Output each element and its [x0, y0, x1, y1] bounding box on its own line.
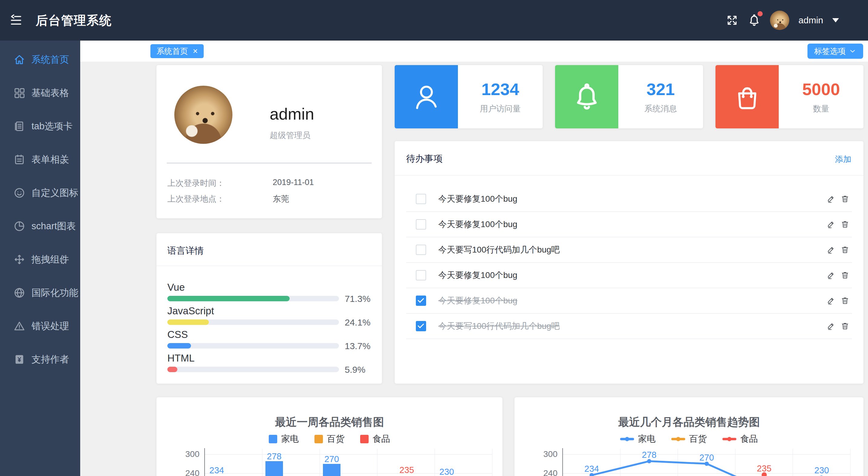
todo-text: 今天要修复100个bug — [438, 193, 517, 205]
user-avatar[interactable] — [770, 10, 789, 30]
tab-label: 系统首页 — [156, 46, 188, 57]
sidebar-item-8[interactable]: 国际化功能 — [0, 276, 80, 309]
last-login-place-label: 上次登录地点： — [167, 195, 224, 204]
last-login-time-value: 2019-11-01 — [273, 178, 314, 187]
legend-label: 百货 — [689, 433, 707, 445]
point-value-label: 278 — [628, 450, 670, 460]
y-axis-tick: 300 — [527, 449, 557, 459]
sidebar-item-6[interactable]: schart图表 — [0, 210, 80, 243]
edit-icon[interactable] — [827, 220, 836, 229]
tab-close-icon[interactable]: × — [193, 47, 198, 55]
language-percent: 13.7% — [345, 341, 370, 351]
divider — [395, 175, 864, 176]
language-details-panel: 语言详情 Vue71.3%JavaScript24.1%CSS13.7%HTML… — [156, 233, 382, 384]
trash-icon[interactable] — [840, 220, 849, 229]
sidebar-item-3[interactable]: tab选项卡 — [0, 110, 80, 143]
sidebar-item-10[interactable]: 支持作者 — [0, 343, 80, 376]
stat-icon-box — [715, 65, 779, 128]
home-icon — [13, 54, 25, 66]
stat-icon-box — [555, 65, 618, 128]
trash-icon[interactable] — [840, 245, 849, 255]
trash-icon[interactable] — [840, 271, 849, 280]
language-progress-bar — [167, 320, 339, 325]
todo-checkbox[interactable] — [416, 270, 426, 280]
todo-row: 今天要修复100个bug — [406, 212, 852, 237]
chevron-down-icon — [57, 256, 69, 268]
sidebar-item-5[interactable]: 自定义图标 — [0, 176, 80, 210]
todo-text: 今天要写100行代码加几个bug吧 — [438, 320, 560, 332]
sidebar-item-label: 支持作者 — [31, 353, 69, 366]
collapse-menu-icon[interactable] — [9, 13, 23, 27]
tab-system-home[interactable]: 系统首页 × — [150, 44, 204, 58]
language-name: HTML — [167, 353, 195, 364]
todo-checkbox[interactable] — [416, 219, 426, 230]
trash-icon[interactable] — [840, 322, 849, 331]
tag-options-button[interactable]: 标签选项 — [807, 43, 863, 59]
sidebar-item-2[interactable]: 基础表格 — [0, 76, 80, 110]
todo-actions — [827, 322, 849, 331]
edit-icon[interactable] — [827, 195, 836, 204]
todo-checkbox[interactable] — [416, 321, 426, 331]
chevron-down-icon — [57, 323, 69, 335]
todo-actions — [827, 220, 849, 229]
chevron-down-icon — [849, 47, 857, 55]
user-info-card: admin 超级管理员 上次登录时间： 2019-11-01 上次登录地点： 东… — [156, 65, 382, 218]
bar-value-label: 235 — [385, 465, 428, 475]
legend-marker-dot — [625, 437, 629, 441]
pie-chart-icon — [13, 220, 25, 232]
edit-icon[interactable] — [827, 271, 836, 280]
legend-item: 食品 — [360, 433, 390, 445]
chart-legend: 家电百货食品 — [156, 433, 502, 445]
fullscreen-icon[interactable] — [726, 14, 739, 27]
todo-checkbox[interactable] — [416, 194, 426, 204]
todo-row: 今天要修复100个bug — [406, 186, 852, 212]
legend-label: 百货 — [327, 433, 344, 445]
monthly-sales-trend-line-chart: 最近几个月各品类销售趋势图家电百货食品300240234278270235230 — [515, 397, 864, 476]
edit-icon[interactable] — [827, 296, 836, 305]
stat-icon-box — [395, 65, 458, 128]
stat-value: 5000 — [802, 79, 840, 99]
language-progress-bar — [167, 343, 339, 349]
trash-icon[interactable] — [840, 195, 849, 204]
header-actions: admin — [726, 0, 839, 40]
chart-title: 最近几个月各品类销售趋势图 — [515, 415, 864, 430]
point-value-label: 234 — [570, 464, 613, 474]
trash-icon[interactable] — [840, 296, 849, 305]
point-value-label: 270 — [685, 453, 728, 463]
document-icon — [13, 120, 25, 132]
language-name: JavaScript — [167, 305, 214, 317]
legend-marker-dot — [727, 437, 732, 441]
chart-legend: 家电百货食品 — [515, 433, 864, 445]
bar-value-label: 270 — [311, 454, 353, 464]
sidebar-item-1[interactable]: 系统首页 — [0, 43, 80, 76]
app-title: 后台管理系统 — [36, 12, 112, 29]
edit-icon[interactable] — [827, 322, 836, 331]
edit-icon[interactable] — [827, 245, 836, 255]
point-value-label: 230 — [801, 466, 843, 475]
tag-options-label: 标签选项 — [814, 46, 846, 57]
username[interactable]: admin — [798, 15, 823, 25]
point-value-label: 235 — [743, 464, 785, 474]
sidebar-item-9[interactable]: 错误处理 — [0, 309, 80, 343]
sidebar-item-4[interactable]: 表单相关 — [0, 143, 80, 176]
todo-actions — [827, 296, 849, 305]
user-menu-caret-icon[interactable] — [832, 18, 839, 22]
smiley-icon — [13, 187, 25, 199]
todo-add-button[interactable]: 添加 — [835, 154, 851, 165]
last-login-time-row: 上次登录时间： 2019-11-01 — [167, 178, 371, 190]
globe-icon — [13, 287, 25, 299]
bar-value-label: 230 — [426, 467, 468, 476]
bar-value-label: 278 — [253, 451, 296, 462]
y-axis-tick: 240 — [169, 469, 199, 476]
todo-title: 待办事项 — [406, 153, 442, 165]
legend-item: 家电 — [620, 433, 655, 445]
bag-icon — [732, 82, 763, 112]
bar — [266, 461, 283, 476]
todo-checkbox[interactable] — [416, 296, 426, 306]
form-icon — [13, 153, 25, 166]
sidebar: 系统首页基础表格tab选项卡表单相关自定义图标schart图表拖拽组件国际化功能… — [0, 40, 80, 476]
sidebar-item-7[interactable]: 拖拽组件 — [0, 243, 80, 276]
notification-bell[interactable] — [748, 13, 761, 27]
todo-text: 今天要修复100个bug — [438, 295, 517, 306]
todo-checkbox[interactable] — [416, 245, 426, 255]
